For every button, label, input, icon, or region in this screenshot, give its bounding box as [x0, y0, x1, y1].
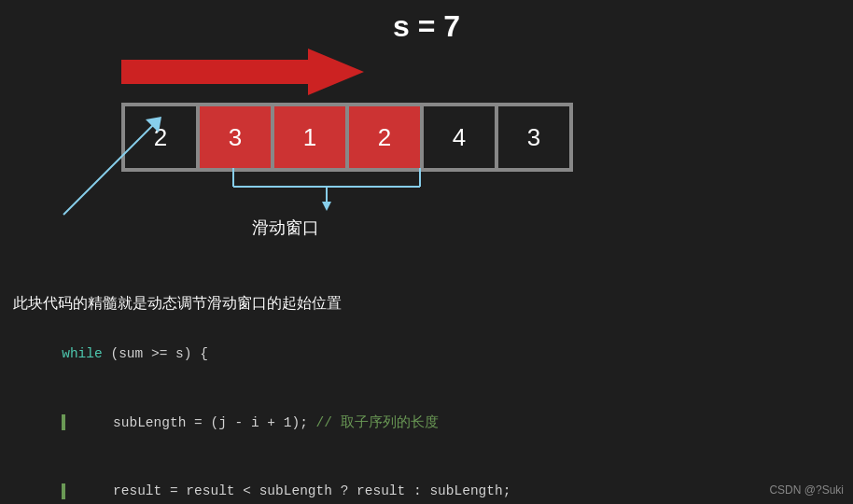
desc-text: 此块代码的精髓就是动态调节滑动窗口的起始位置 [13, 294, 342, 314]
array-cell-4: 4 [422, 105, 496, 170]
array-cell-1: 3 [198, 105, 273, 170]
svg-marker-5 [322, 202, 331, 211]
s-title: s = 7 [0, 9, 853, 44]
code-block: while (sum >= s) { subLength = (j - i + … [13, 319, 697, 504]
watermark: CSDN @?Suki [769, 483, 844, 497]
comment-1: // 取子序列的长度 [316, 415, 439, 430]
left-pointer-arrow-icon [54, 112, 185, 224]
window-label: 滑动窗口 [252, 217, 319, 239]
code-line-2: subLength = (j - i + 1); // 取子序列的长度 [13, 388, 697, 457]
indent-bar-1 [62, 414, 65, 430]
svg-marker-0 [121, 49, 364, 95]
right-arrow-icon [121, 49, 364, 95]
array-cell-2: 1 [273, 105, 347, 170]
indent-bar-2 [62, 483, 65, 499]
svg-line-6 [63, 123, 155, 215]
code-line-3: result = result < subLength ? result : s… [13, 457, 697, 504]
code-sublength: subLength = (j - i + 1); [80, 415, 315, 430]
code-while-rest: (sum >= s) { [103, 346, 208, 361]
array-cell-3: 2 [347, 105, 422, 170]
array-cell-5: 3 [496, 105, 571, 170]
arrow-container [121, 49, 364, 95]
code-result: result = result < subLength ? result : s… [80, 483, 510, 498]
code-line-1: while (sum >= s) { [13, 319, 697, 388]
bracket-svg [121, 168, 569, 215]
main-container: s = 7 2 3 1 2 4 3 滑动窗口 此块代码的精髓就是动态调节滑动窗口… [0, 0, 853, 504]
keyword-while: while [62, 346, 103, 361]
array-container: 2 3 1 2 4 3 [121, 103, 573, 172]
